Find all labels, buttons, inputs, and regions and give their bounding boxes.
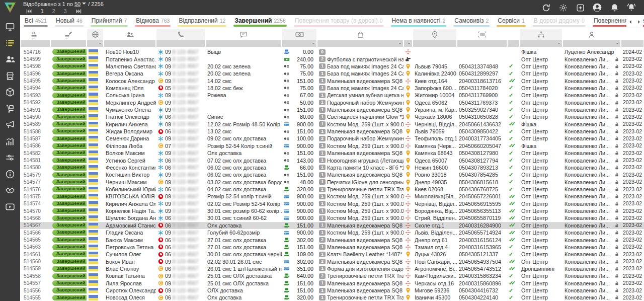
filter-input-manager[interactable] [563, 40, 620, 47]
table-row[interactable]: 514595ЗавершенийКолосок Александр098 123… [20, 77, 644, 84]
status-tab-4[interactable]: Відправлений12 [174, 15, 230, 28]
column-header-ttn-status[interactable] [508, 29, 519, 40]
table-row[interactable]: 514560ЗавершенийБокоч Иван098 123 456702… [20, 258, 644, 265]
table-row[interactable]: 514567ЗавершенийАдамовский Станис...068 … [20, 222, 644, 229]
table-row[interactable]: 514593ЗавершенийСольська Ірина098 123 45… [20, 92, 644, 99]
table-row[interactable]: 514716ЗавершенийНов10 Нов10098 123 4567В… [20, 48, 644, 55]
table-row[interactable]: 514587ЗавершенийСеменюк Дарина098 123 45… [20, 135, 644, 142]
table-row[interactable]: 514591ЗавершенийЧумаченко Олена098 123 4… [20, 106, 644, 113]
table-row[interactable]: 514599ЗавершенийПотапенко Анастас...098 … [20, 55, 644, 62]
status-tab-0[interactable]: Всі4521 [20, 15, 51, 28]
sidebar-item-statistics[interactable] [0, 133, 20, 150]
sidebar-item-products[interactable] [0, 84, 20, 101]
filter-input-ttn[interactable] [457, 40, 507, 47]
page-number-3[interactable]: 3 [59, 8, 71, 14]
column-header-delivery[interactable] [404, 29, 412, 40]
column-header-date[interactable] [621, 29, 643, 40]
status-tab-7[interactable]: Нема в наявності2 [387, 15, 450, 28]
filter-input-client[interactable] [104, 40, 155, 47]
notifications-bell-icon[interactable] [606, 2, 623, 13]
column-header-ttn[interactable] [457, 29, 507, 40]
table-row[interactable]: 514561ЗавершенийСучилов Олег068 123 4567… [20, 251, 644, 258]
filter-input-product[interactable] [317, 40, 403, 47]
column-header-comment[interactable] [206, 29, 281, 40]
status-tab-9[interactable]: Сервіси1 [493, 15, 529, 28]
column-header-status[interactable] [51, 29, 86, 40]
filter-input-delivery[interactable] [404, 40, 412, 47]
filter-input-address[interactable] [413, 40, 456, 47]
filter-input-date[interactable] [621, 40, 643, 47]
column-header-client[interactable] [104, 29, 155, 40]
status-tab-6[interactable]: Повернення товару (в дорозі)0 [290, 15, 387, 28]
filter-input-id[interactable] [21, 40, 50, 47]
column-header-phone[interactable] [156, 29, 205, 40]
column-header-address[interactable] [413, 29, 456, 40]
status-tab-5[interactable]: Завершений2256 [230, 15, 290, 28]
table-row[interactable]: 514589ЗавершенийКирилич Анжела098 123 45… [20, 121, 644, 128]
table-row[interactable]: 514566ЗавершенийГладик Оксана098 123 456… [20, 229, 644, 236]
table-row[interactable]: 514586ЗавершенийФіліпова Люба078 123 456… [20, 142, 644, 149]
table-row[interactable]: 514563ЗавершенийПетровська Тетяна068 123… [20, 244, 644, 251]
sidebar-item-info[interactable] [0, 166, 20, 183]
column-header-source[interactable] [520, 29, 562, 40]
filter-input-payment[interactable] [282, 40, 316, 47]
table-row[interactable]: 514559ЗавершенийВлас Слотюу068 123 45672… [20, 265, 644, 272]
status-tab-2[interactable]: Прийнятий7 [87, 15, 132, 28]
status-tab-3[interactable]: Відмова763 [131, 15, 174, 28]
column-header-country[interactable] [87, 29, 103, 40]
sidebar-item-partners[interactable] [0, 182, 20, 199]
table-row[interactable]: 514581ЗавершенийУстинов Сергей068 123 45… [20, 157, 644, 164]
column-header-id[interactable]: ID [21, 29, 50, 40]
table-row[interactable]: 514557ЗавершенийЛила Ярослав098 123 4567… [20, 280, 644, 287]
table-row[interactable]: 514590ЗавершенийГнатюк Олексндр068 123 4… [20, 113, 644, 120]
status-tab-10[interactable]: В дорозі додому0 [529, 15, 589, 28]
status-tab-1[interactable]: Новый46 [51, 15, 87, 28]
refresh-icon[interactable] [537, 2, 554, 13]
table-row[interactable]: 514576ЗавершенийКобилинський Юрий068 123… [20, 186, 644, 193]
table-row[interactable]: 514588ЗавершенийЖидак Володимир068 123 4… [20, 128, 644, 135]
app-logo-icon[interactable] [3, 1, 18, 15]
table-row[interactable]: 514558ЗавершенийКовпак Татьяна098 123 45… [20, 272, 644, 279]
table-row[interactable]: 514574ЗавершенийКирилич Анжела Ол...098 … [20, 200, 644, 207]
page-number-2[interactable]: 2 [48, 8, 59, 14]
table-row[interactable]: 514577ЗавершенийЧерниш Максим098 123 456… [20, 178, 644, 185]
page-size-dropdown[interactable]: 50 [74, 1, 80, 7]
sidebar-item-store[interactable] [0, 68, 20, 85]
profile-icon[interactable] [589, 2, 606, 13]
settings-gear-icon[interactable] [554, 2, 572, 13]
filter-input-comment[interactable] [206, 40, 281, 47]
table-row[interactable]: 514582ЗавершенийВолков Максим098 123 456… [20, 149, 644, 157]
tab-scroll-right-icon[interactable] [636, 20, 641, 24]
sidebar-item-procurement[interactable] [0, 101, 20, 117]
table-row[interactable]: 514579ЗавершенийКостишин Виктор098 123 4… [20, 171, 644, 178]
ring-bell-icon[interactable] [623, 2, 640, 13]
table-row[interactable]: 514598ЗавершенийМалютина Светлана098 123… [20, 63, 644, 70]
sidebar-item-dashboard[interactable] [0, 19, 20, 35]
column-header-manager[interactable] [563, 29, 620, 40]
tab-scroll-left-icon[interactable] [628, 20, 633, 24]
table-row[interactable]: 514555ЗавершенийНовосад Олеся068 123 456… [20, 294, 644, 301]
sidebar-item-orders[interactable] [0, 35, 20, 52]
filter-input-phone[interactable] [156, 40, 205, 47]
filter-input-source[interactable] [520, 40, 562, 47]
sidebar-item-clients[interactable] [0, 51, 20, 68]
table-row[interactable]: 514596ЗавершенийВегера Оксана098 123 456… [20, 70, 644, 77]
column-header-payment[interactable] [282, 29, 316, 40]
add-square-icon[interactable] [572, 2, 589, 13]
last-page-icon[interactable] [73, 8, 84, 15]
table-row[interactable]: 514575ЗавершенийКВІТОВСЬКА ЮЛІЯ098 123 4… [20, 193, 644, 200]
filter-input-ttn-status[interactable] [508, 40, 519, 47]
status-tab-8[interactable]: Самовивіз2 [450, 15, 493, 28]
sidebar-item-marketing[interactable] [0, 117, 20, 133]
sidebar-item-settings[interactable] [0, 149, 20, 166]
table-row[interactable]: 514568ЗавершенийШумляс Богдана Ан...068 … [20, 214, 644, 221]
table-row[interactable]: 514580ЗавершенийФесенко Константин068 12… [20, 164, 644, 171]
table-row[interactable]: 514570ЗавершенийКорнелюк Надія Та...098 … [20, 207, 644, 214]
filter-input-status[interactable] [51, 40, 86, 47]
table-row[interactable]: 514556ЗавершенийСиротюк Олександр098 123… [20, 287, 644, 294]
page-number-1[interactable]: 1 [36, 8, 48, 14]
filter-input-country[interactable] [87, 40, 103, 47]
sidebar-item-tutorials[interactable] [0, 199, 20, 215]
table-row[interactable]: 514594ЗавершенийКомпанец Юля058 123 4567… [20, 85, 644, 92]
table-row[interactable]: 514565ЗавершенийБаюка Максим068 123 4567… [20, 236, 644, 243]
